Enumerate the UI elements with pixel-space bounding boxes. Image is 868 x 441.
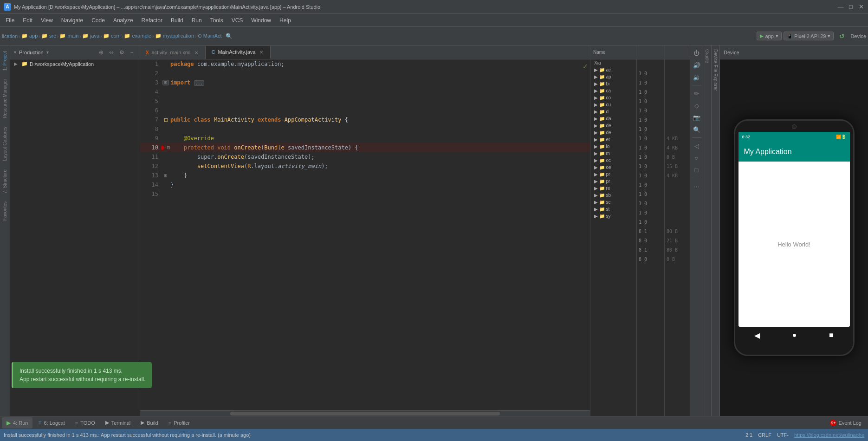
sidebar-tab-structure[interactable]: 7: Structure [1, 166, 9, 197]
xml-tab-close[interactable]: ✕ [193, 49, 200, 56]
menu-refactor[interactable]: Refactor [138, 16, 166, 25]
file-tree-item-pr2[interactable]: ▶ 📁 pr [590, 178, 636, 185]
file-tree-item-et[interactable]: ▶ 📁 et [590, 136, 636, 143]
file-tree-item-sc[interactable]: ▶ 📁 sc [590, 199, 636, 206]
phone-home-button[interactable]: ● [792, 331, 797, 339]
breadcrumb-myapp[interactable]: 📁 example [124, 33, 151, 39]
breadcrumb-java[interactable]: 📁 main [59, 33, 78, 39]
diamond-button[interactable]: ◇ [691, 100, 702, 111]
file-tree-item-xiao[interactable]: Xia [590, 59, 636, 66]
file-tree-item-d[interactable]: ▶ 📁 d [590, 108, 636, 115]
file-tree-item-bi[interactable]: ▶ 📁 bi [590, 80, 636, 87]
code-editor[interactable]: 1 package com.example.myapplication; 2 3 [140, 59, 590, 410]
file-tree-item-lo[interactable]: ▶ 📁 lo [590, 143, 636, 150]
phone-back-button[interactable]: ◀ [754, 331, 760, 340]
back-button[interactable]: ◁ [691, 140, 702, 151]
collapse-all-button[interactable]: ⇔ [107, 48, 116, 57]
minimize-button[interactable]: — [837, 4, 844, 10]
breadcrumb-app[interactable]: lication [2, 33, 18, 39]
bottom-tab-todo[interactable]: ≡ TODO [71, 417, 100, 428]
tab-main-activity[interactable]: C MainActivity.java ✕ [206, 46, 271, 59]
settings-button[interactable]: ⚙ [117, 48, 126, 57]
breadcrumb-src[interactable]: 📁 app [21, 33, 38, 39]
event-log-tab[interactable]: 9+ Event Log [825, 417, 866, 428]
file-tree-item-st[interactable]: ▶ 📁 st [590, 206, 636, 213]
device-file-explorer-label[interactable]: Device File Explorer [712, 45, 719, 94]
sidebar-tab-layout[interactable]: Layout Captures [1, 123, 9, 164]
app-config-selector[interactable]: ▶ app ▾ [757, 32, 782, 40]
file-tree-item-sy[interactable]: ▶ 📁 sy [590, 213, 636, 220]
device-selector[interactable]: 📱 Pixel 2 API 29 ▾ [784, 32, 834, 40]
recents-button[interactable]: □ [691, 164, 702, 175]
code-line-12[interactable]: setContentView(R.layout.activity_main); [170, 163, 590, 169]
file-tree-item-pr1[interactable]: ▶ 📁 pr [590, 171, 636, 178]
fold-indicator-3[interactable]: ⊞ [162, 80, 169, 85]
sidebar-tab-project[interactable]: 1: Project [1, 47, 9, 74]
sidebar-tab-favorites[interactable]: Favorites [1, 198, 9, 224]
camera-button[interactable]: 📷 [691, 112, 702, 123]
code-line-3[interactable]: import ... [170, 79, 590, 86]
code-line-9[interactable]: @Override [170, 135, 590, 142]
volume-down-button[interactable]: 🔉 [691, 71, 702, 83]
file-tree-item-ac[interactable]: ▶ 📁 ac [590, 66, 636, 73]
menu-run[interactable]: Run [188, 16, 206, 25]
file-tree-item-re[interactable]: ▶ 📁 re [590, 185, 636, 192]
project-root-item[interactable]: ▶ 📁 D:\workspace\MyApplication [10, 59, 140, 68]
sidebar-tab-resource[interactable]: Resource Manager [1, 75, 9, 122]
bottom-tab-terminal[interactable]: ▶ Terminal [101, 417, 136, 428]
file-tree-item-oc[interactable]: ▶ 📁 oc [590, 157, 636, 164]
more-button[interactable]: ··· [691, 181, 702, 192]
menu-window[interactable]: Window [247, 16, 275, 25]
gradle-label[interactable]: Gradle [704, 45, 711, 67]
breadcrumb-main[interactable]: 📁 src [41, 33, 56, 39]
menu-file[interactable]: File [2, 16, 18, 25]
bottom-tab-build[interactable]: ▶ Build [136, 417, 162, 428]
menu-help[interactable]: Help [276, 16, 295, 25]
search-everywhere-button[interactable]: 🔍 [223, 30, 236, 43]
power-button[interactable]: ⏻ [691, 47, 702, 58]
close-panel-button[interactable]: − [128, 48, 136, 57]
breadcrumb-com[interactable]: 📁 java [82, 33, 99, 39]
breakpoint-indicator[interactable] [161, 146, 164, 150]
locate-file-button[interactable]: ⊕ [97, 48, 105, 57]
code-line-10[interactable]: protected void onCreate(Bundle savedInst… [170, 144, 590, 151]
code-line-7[interactable]: public class MainActivity extends AppCom… [170, 117, 590, 123]
file-tree-item-de2[interactable]: ▶ 📁 de [590, 129, 636, 136]
code-line-14[interactable]: } [170, 182, 590, 188]
menu-edit[interactable]: Edit [19, 16, 36, 25]
sync-button[interactable]: ↺ [836, 30, 849, 43]
bottom-tab-logcat[interactable]: ≡ 6: Logcat [33, 417, 69, 428]
bottom-tab-profiler[interactable]: ≡ Profiler [164, 417, 194, 428]
pencil-button[interactable]: ✏ [691, 88, 702, 99]
file-tree-item-co[interactable]: ▶ 📁 co [590, 94, 636, 101]
menu-tools[interactable]: Tools [207, 16, 227, 25]
close-button[interactable]: ✕ [858, 4, 864, 10]
breadcrumb-pkg[interactable]: 📁 myapplication [155, 33, 194, 39]
production-dropdown-icon[interactable]: ▾ [46, 50, 49, 55]
home-button[interactable]: ○ [691, 152, 702, 163]
menu-view[interactable]: View [37, 16, 57, 25]
maximize-button[interactable]: □ [848, 4, 854, 10]
tab-activity-xml[interactable]: X activity_main.xml ✕ [140, 46, 206, 59]
menu-build[interactable]: Build [167, 16, 187, 25]
menu-analyze[interactable]: Analyze [110, 16, 137, 25]
menu-navigate[interactable]: Navigate [58, 16, 87, 25]
menu-code[interactable]: Code [88, 16, 109, 25]
file-tree-item-ca[interactable]: ▶ 📁 ca [590, 87, 636, 94]
file-tree-item-oe[interactable]: ▶ 📁 oe [590, 164, 636, 171]
breadcrumb-example[interactable]: 📁 com [103, 33, 121, 39]
phone-recents-button[interactable]: ■ [829, 331, 834, 339]
file-tree-item-m[interactable]: ▶ 📁 m [590, 150, 636, 157]
file-tree-item-da[interactable]: ▶ 📁 da [590, 115, 636, 122]
bottom-tab-run[interactable]: ▶ 4: Run [2, 417, 32, 428]
menu-vcs[interactable]: VCS [228, 16, 247, 25]
file-tree-item-de1[interactable]: ▶ 📁 de [590, 122, 636, 129]
file-tree-item-ap[interactable]: ▶ 📁 ap [590, 73, 636, 80]
volume-up-button[interactable]: 🔊 [691, 59, 702, 71]
zoom-button[interactable]: 🔍 [691, 124, 702, 135]
java-tab-close[interactable]: ✕ [258, 49, 265, 55]
code-line-13[interactable]: } [170, 172, 590, 179]
file-tree-item-cu[interactable]: ▶ 📁 cu [590, 101, 636, 108]
code-line-11[interactable]: super.onCreate(savedInstanceState); [170, 154, 590, 160]
breadcrumb-file[interactable]: ⊙ MainAct [198, 33, 222, 39]
